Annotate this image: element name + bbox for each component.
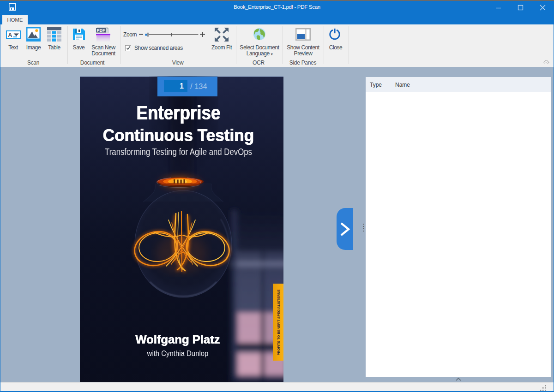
svg-text:PDF: PDF: [97, 28, 106, 33]
svg-text:A: A: [8, 32, 12, 38]
